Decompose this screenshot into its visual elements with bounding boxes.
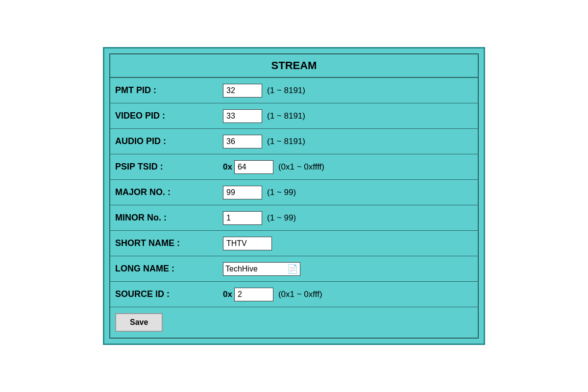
pmt-pid-input[interactable] xyxy=(223,84,262,98)
pmt-pid-label: PMT PID : xyxy=(115,85,223,96)
minor-no-hint: (1 ~ 99) xyxy=(267,213,296,223)
pmt-pid-row: PMT PID : (1 ~ 8191) xyxy=(110,78,478,103)
save-button[interactable]: Save xyxy=(115,313,163,332)
video-pid-row: VIDEO PID : (1 ~ 8191) xyxy=(110,103,478,129)
video-pid-hint: (1 ~ 8191) xyxy=(267,111,305,121)
contact-icon: 📄 xyxy=(287,264,298,274)
short-name-input[interactable] xyxy=(223,237,272,250)
main-panel: STREAM PMT PID : (1 ~ 8191) VIDEO PID : … xyxy=(103,47,485,345)
long-name-input[interactable] xyxy=(225,265,284,273)
form-container: STREAM PMT PID : (1 ~ 8191) VIDEO PID : … xyxy=(109,53,479,339)
source-id-input[interactable] xyxy=(234,288,273,301)
minor-no-row: MINOR No. : (1 ~ 99) xyxy=(110,205,478,231)
major-no-row: MAJOR NO. : (1 ~ 99) xyxy=(110,180,478,205)
pmt-pid-hint: (1 ~ 8191) xyxy=(267,86,305,96)
audio-pid-input[interactable] xyxy=(223,135,262,148)
title-row: STREAM xyxy=(110,54,478,78)
long-name-wrapper: 📄 xyxy=(223,262,300,276)
audio-pid-label: AUDIO PID : xyxy=(115,136,223,147)
video-pid-input[interactable] xyxy=(223,109,262,123)
psip-tsid-hint: (0x1 ~ 0xffff) xyxy=(278,162,324,172)
minor-no-input[interactable] xyxy=(223,211,262,225)
long-name-label: LONG NAME : xyxy=(115,264,223,274)
short-name-label: SHORT NAME : xyxy=(115,238,223,248)
save-row: Save xyxy=(110,307,478,338)
major-no-hint: (1 ~ 99) xyxy=(267,188,296,197)
psip-tsid-prefix: 0x xyxy=(223,162,232,172)
audio-pid-row: AUDIO PID : (1 ~ 8191) xyxy=(110,129,478,154)
major-no-input[interactable] xyxy=(223,186,262,199)
short-name-row: SHORT NAME : xyxy=(110,231,478,256)
source-id-hint: (0x1 ~ 0xfff) xyxy=(278,290,322,299)
source-id-prefix: 0x xyxy=(223,290,232,299)
psip-tsid-label: PSIP TSID : xyxy=(115,162,223,172)
psip-tsid-row: PSIP TSID : 0x (0x1 ~ 0xffff) xyxy=(110,154,478,180)
minor-no-label: MINOR No. : xyxy=(115,213,223,223)
source-id-label: SOURCE ID : xyxy=(115,289,223,299)
video-pid-label: VIDEO PID : xyxy=(115,111,223,121)
audio-pid-hint: (1 ~ 8191) xyxy=(267,137,305,147)
long-name-row: LONG NAME : 📄 xyxy=(110,256,478,282)
panel-title: STREAM xyxy=(271,59,317,72)
source-id-row: SOURCE ID : 0x (0x1 ~ 0xfff) xyxy=(110,282,478,307)
major-no-label: MAJOR NO. : xyxy=(115,187,223,197)
psip-tsid-input[interactable] xyxy=(234,160,273,174)
